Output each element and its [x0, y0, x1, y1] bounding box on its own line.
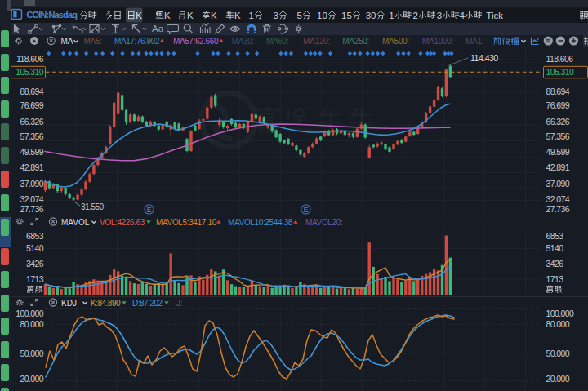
- svg-text:MA17:76.902: MA17:76.902: [114, 37, 160, 46]
- svg-text:3: 3: [437, 11, 442, 20]
- svg-text:K: K: [187, 11, 194, 20]
- svg-text:1713: 1713: [546, 274, 564, 284]
- svg-text:80.000: 80.000: [546, 319, 570, 329]
- svg-text:1713: 1713: [26, 274, 44, 284]
- svg-text:49.599: 49.599: [20, 147, 43, 157]
- svg-text:MA57:62.660: MA57:62.660: [173, 37, 219, 46]
- svg-text:15: 15: [341, 11, 352, 20]
- svg-text:MA120:: MA120:: [303, 37, 330, 46]
- svg-text:Tick: Tick: [486, 11, 503, 20]
- svg-text:57.356: 57.356: [20, 131, 43, 141]
- svg-text:27.736: 27.736: [20, 204, 43, 214]
- svg-text:VOL:4226.63: VOL:4226.63: [100, 218, 145, 227]
- svg-text:88.694: 88.694: [20, 87, 43, 96]
- svg-text:42.891: 42.891: [546, 162, 570, 172]
- svg-text:20.000: 20.000: [546, 374, 570, 384]
- svg-text:2: 2: [413, 11, 418, 20]
- svg-text:K: K: [234, 11, 241, 20]
- svg-text:MAVOL20:: MAVOL20:: [305, 218, 342, 227]
- svg-text:K: K: [136, 11, 142, 20]
- svg-text:MA1000:: MA1000:: [422, 37, 453, 46]
- svg-text:6853: 6853: [26, 231, 44, 241]
- svg-text:MA30:: MA30:: [232, 37, 254, 46]
- svg-text:37.090: 37.090: [20, 179, 43, 189]
- svg-text:88.694: 88.694: [546, 87, 570, 96]
- svg-text:66.326: 66.326: [20, 117, 43, 127]
- svg-text:42.891: 42.891: [20, 162, 43, 172]
- svg-text:MAVOL: MAVOL: [61, 218, 90, 227]
- svg-text:K:84.890: K:84.890: [91, 299, 121, 308]
- svg-text:1: 1: [389, 11, 394, 20]
- svg-text:66.326: 66.326: [546, 117, 570, 127]
- svg-text:57.356: 57.356: [546, 131, 570, 141]
- svg-text:MAVOL10:2544.38: MAVOL10:2544.38: [228, 218, 293, 227]
- svg-text:MA1:: MA1:: [466, 37, 483, 46]
- svg-text:MAVOL5:3417.10: MAVOL5:3417.10: [156, 218, 217, 227]
- svg-text:5140: 5140: [546, 243, 564, 253]
- svg-text:Aa: Aa: [152, 24, 164, 33]
- svg-text:32.074: 32.074: [546, 194, 570, 204]
- svg-text:118.606: 118.606: [546, 54, 574, 64]
- svg-text:MA250:: MA250:: [342, 37, 369, 46]
- svg-text:20.000: 20.000: [20, 374, 43, 384]
- svg-text:J:: J:: [176, 299, 183, 308]
- svg-text:80.000: 80.000: [20, 319, 43, 329]
- svg-text:27.736: 27.736: [546, 204, 570, 214]
- svg-text:K: K: [164, 11, 171, 20]
- svg-text:MA500:: MA500:: [382, 37, 409, 46]
- svg-text:MA60:: MA60:: [266, 37, 288, 46]
- svg-text:6853: 6853: [546, 231, 564, 241]
- svg-text:D:87.202: D:87.202: [132, 299, 163, 308]
- svg-text:3426: 3426: [26, 259, 44, 269]
- svg-text:76.699: 76.699: [20, 100, 43, 110]
- svg-text:KDJ: KDJ: [61, 299, 77, 308]
- svg-text:MA: MA: [61, 37, 74, 46]
- svg-text:100.000: 100.000: [546, 309, 575, 318]
- svg-text:MA5:: MA5:: [84, 37, 102, 46]
- svg-text:114.430: 114.430: [470, 53, 498, 63]
- svg-text:1: 1: [249, 11, 254, 20]
- svg-text:E: E: [304, 206, 309, 214]
- svg-text:E: E: [147, 206, 152, 214]
- svg-text:50.000: 50.000: [546, 349, 570, 358]
- svg-text:5: 5: [297, 11, 302, 20]
- svg-text:76.699: 76.699: [546, 100, 570, 110]
- svg-text:100.000: 100.000: [16, 309, 44, 318]
- svg-text:118.606: 118.606: [16, 54, 44, 64]
- svg-text:37.090: 37.090: [546, 179, 570, 189]
- svg-text:COIN:Nasdaq: COIN:Nasdaq: [27, 10, 78, 20]
- svg-text:K: K: [211, 11, 217, 20]
- svg-text:105.310: 105.310: [16, 67, 44, 77]
- svg-text:30: 30: [366, 11, 376, 20]
- svg-text:3426: 3426: [546, 259, 564, 269]
- svg-text:105.310: 105.310: [546, 67, 575, 77]
- svg-text:49.599: 49.599: [546, 147, 570, 157]
- svg-text:31.550: 31.550: [81, 202, 105, 211]
- svg-text:5140: 5140: [26, 243, 44, 253]
- svg-text:3: 3: [274, 11, 278, 20]
- svg-text:50.000: 50.000: [20, 349, 43, 358]
- svg-text:10: 10: [317, 11, 327, 20]
- svg-text:32.074: 32.074: [20, 194, 43, 204]
- svg-text:4: 4: [460, 11, 466, 20]
